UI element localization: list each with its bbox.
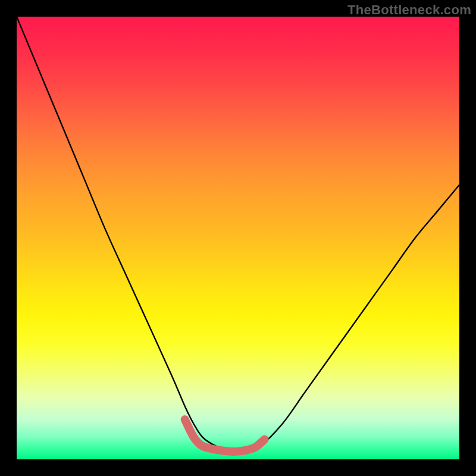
plot-area [17, 17, 459, 459]
highlight-segment [185, 419, 265, 452]
chart-canvas [17, 17, 459, 459]
chart-frame: TheBottleneck.com [0, 0, 476, 476]
watermark-text: TheBottleneck.com [347, 2, 471, 18]
curve-line [17, 17, 459, 451]
